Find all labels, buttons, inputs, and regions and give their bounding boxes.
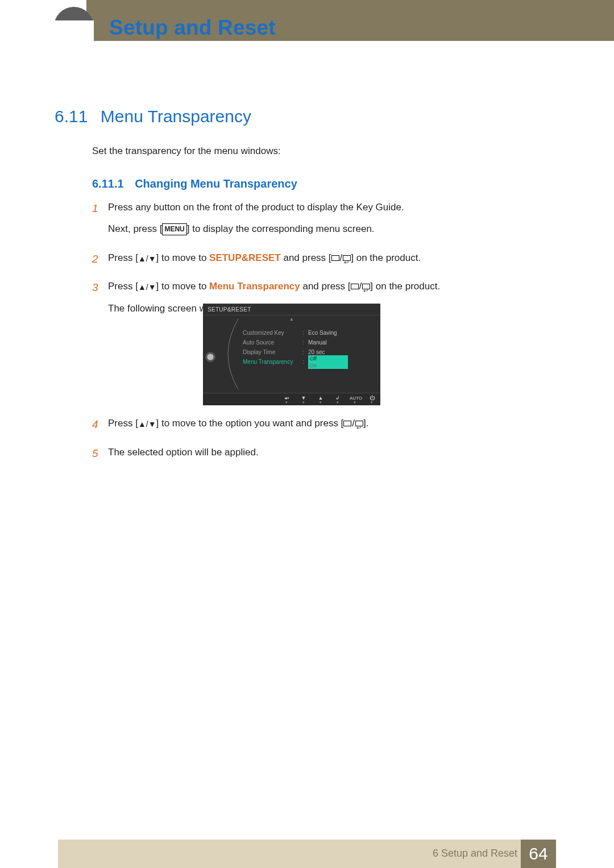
- enter-source-icon: /: [343, 416, 363, 431]
- osd-row: Auto Source : Manual: [243, 338, 376, 347]
- osd-nav-auto: AUTO▾: [350, 396, 360, 404]
- steps-bottom: 4 Press [▲/▼] to move to the option you …: [92, 416, 547, 474]
- step-num: 2: [92, 251, 108, 273]
- chapter-title: Setup and Reset: [109, 16, 276, 40]
- gear-icon: [205, 352, 215, 362]
- updown-icon: ▲/▼: [138, 254, 156, 263]
- updown-icon: ▲/▼: [138, 283, 156, 292]
- step-1-p2: Next, press [MENU] to display the corres…: [108, 222, 547, 236]
- subsection-number: 6.11.1: [92, 177, 124, 190]
- enter-source-icon: /: [331, 251, 351, 265]
- footer: 6 Setup and Reset 64: [0, 840, 614, 868]
- step-num: 4: [92, 416, 108, 438]
- subsection-heading: 6.11.1 Changing Menu Transparency: [92, 177, 297, 190]
- section-number: 6.11: [55, 107, 88, 126]
- osd-nav-back-icon: ◂▪▾: [281, 395, 292, 404]
- footer-page-number: 64: [521, 840, 556, 868]
- step-5: 5 The selected option will be applied.: [92, 445, 547, 467]
- osd-screenshot: SETUP&RESET ▲ Customized Key : Eco Savin…: [203, 304, 380, 405]
- osd-title: SETUP&RESET: [203, 304, 380, 315]
- enter-source-icon: /: [351, 279, 371, 294]
- menu-key-icon: MENU: [162, 223, 186, 235]
- subsection-title: Changing Menu Transparency: [135, 177, 297, 190]
- chapter-circle-icon: [54, 7, 94, 47]
- osd-nav-power-icon: ⏻▾: [367, 395, 377, 404]
- step-1-p1: Press any button on the front of the pro…: [108, 200, 547, 215]
- step-2: 2 Press [▲/▼] to move to SETUP&RESET and…: [92, 251, 547, 273]
- step-num: 5: [92, 445, 108, 467]
- section-intro: Set the transparency for the menu window…: [92, 146, 281, 157]
- osd-row-selected: Menu Transparency : Off On: [243, 357, 376, 367]
- highlight-menutransparency: Menu Transparency: [209, 281, 300, 292]
- osd-bottom-bar: ◂▪▾ ▼▾ ▲▾ ↲▾ AUTO▾ ⏻▾: [203, 393, 380, 405]
- section-title: Menu Transparency: [101, 107, 251, 126]
- updown-icon: ▲/▼: [138, 420, 156, 429]
- osd-nav-up-icon: ▲▾: [316, 395, 326, 404]
- osd-nav-down-icon: ▼▾: [298, 395, 309, 404]
- osd-row: Customized Key : Eco Saving: [243, 328, 376, 338]
- osd-arc-icon: [215, 318, 239, 391]
- osd-option-box: Off On: [308, 355, 348, 369]
- step-4: 4 Press [▲/▼] to move to the option you …: [92, 416, 547, 438]
- section-heading: 6.11 Menu Transparency: [55, 107, 251, 126]
- footer-chapter: 6 Setup and Reset: [433, 848, 517, 859]
- step-1: 1 Press any button on the front of the p…: [92, 200, 547, 244]
- osd-nav-enter-icon: ↲▾: [333, 395, 343, 404]
- step-num: 3: [92, 279, 108, 323]
- step-num: 1: [92, 200, 108, 244]
- highlight-setupreset: SETUP&RESET: [209, 252, 281, 263]
